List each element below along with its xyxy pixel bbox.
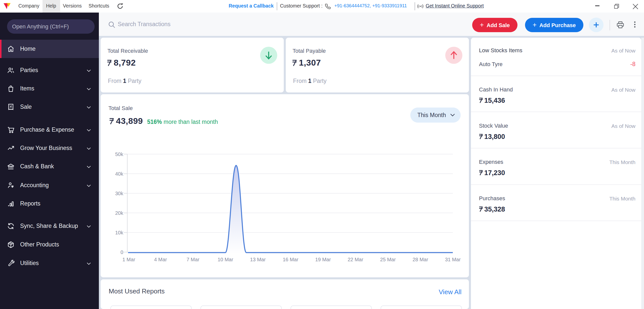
svg-text:31 Mar: 31 Mar — [445, 257, 461, 262]
svg-text:4 Mar: 4 Mar — [154, 257, 167, 262]
svg-text:16 Mar: 16 Mar — [283, 257, 299, 262]
svg-text:19 Mar: 19 Mar — [315, 257, 331, 262]
svg-text:20k: 20k — [115, 210, 124, 216]
svg-text:10k: 10k — [115, 230, 124, 235]
svg-text:28 Mar: 28 Mar — [413, 257, 428, 262]
svg-text:13 Mar: 13 Mar — [250, 257, 266, 262]
svg-text:50k: 50k — [115, 151, 124, 157]
svg-text:0: 0 — [120, 249, 123, 255]
svg-text:40k: 40k — [115, 171, 124, 177]
svg-text:30k: 30k — [115, 191, 124, 196]
svg-text:10 Mar: 10 Mar — [218, 257, 233, 262]
svg-text:22 Mar: 22 Mar — [348, 257, 364, 262]
svg-text:7 Mar: 7 Mar — [186, 257, 199, 262]
svg-text:25 Mar: 25 Mar — [380, 257, 396, 262]
svg-text:1 Mar: 1 Mar — [122, 257, 135, 262]
